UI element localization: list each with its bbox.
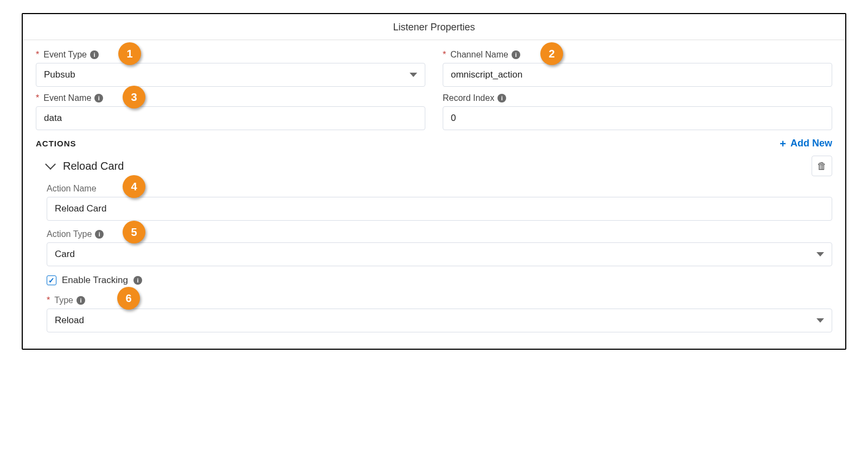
trash-icon: 🗑: [817, 161, 827, 171]
type-value: Reload: [55, 315, 84, 326]
event-name-label: Event Name: [43, 93, 91, 103]
action-title: Reload Card: [63, 160, 124, 172]
field-action-type: Action Type i 5 Card: [47, 229, 832, 266]
action-type-value: Card: [55, 249, 75, 260]
required-mark: *: [36, 50, 39, 60]
required-mark: *: [36, 93, 39, 103]
channel-name-input[interactable]: omniscript_action: [443, 63, 832, 87]
action-type-label: Action Type: [47, 229, 92, 239]
info-icon[interactable]: i: [95, 230, 104, 239]
chevron-down-icon: [816, 252, 824, 256]
field-event-type: * Event Type i 1 Pubsub: [36, 50, 425, 87]
action-header: Reload Card 🗑: [47, 156, 832, 176]
action-name-value: Reload Card: [55, 203, 106, 214]
add-new-label: Add New: [790, 138, 832, 149]
info-icon[interactable]: i: [94, 94, 103, 102]
action-block: Reload Card 🗑 Action Name 4 Reload Card: [23, 151, 845, 332]
info-icon[interactable]: i: [76, 296, 85, 305]
type-label: Type: [54, 296, 73, 305]
info-icon[interactable]: i: [497, 94, 506, 102]
record-index-value: 0: [451, 113, 456, 124]
info-icon[interactable]: i: [133, 276, 142, 285]
form-grid: * Event Type i 1 Pubsub * Channel Name i…: [23, 40, 845, 134]
field-record-index: Record Index i 0: [443, 93, 832, 130]
callout-5: 5: [123, 221, 145, 243]
field-event-name: * Event Name i 3 data: [36, 93, 425, 130]
channel-name-label: Channel Name: [450, 50, 508, 60]
event-name-value: data: [44, 113, 62, 124]
plus-icon: +: [780, 138, 786, 149]
callout-3: 3: [123, 86, 145, 108]
field-type: * Type i 6 Reload: [47, 296, 832, 332]
chevron-down-icon: [410, 73, 417, 77]
callout-6: 6: [117, 287, 140, 310]
callout-2: 2: [540, 42, 563, 65]
action-type-select[interactable]: Card: [47, 242, 832, 266]
callout-1: 1: [118, 42, 141, 65]
event-type-value: Pubsub: [44, 69, 75, 80]
action-name-input[interactable]: Reload Card: [47, 197, 832, 221]
delete-action-button[interactable]: 🗑: [812, 156, 832, 176]
channel-name-value: omniscript_action: [451, 69, 522, 80]
required-mark: *: [47, 296, 50, 305]
record-index-input[interactable]: 0: [443, 106, 832, 130]
action-name-label: Action Name: [47, 184, 97, 194]
actions-section-title: ACTIONS: [36, 139, 76, 148]
field-channel-name: * Channel Name i 2 omniscript_action: [443, 50, 832, 87]
event-name-input[interactable]: data: [36, 106, 425, 130]
chevron-down-icon: [45, 159, 56, 170]
add-new-button[interactable]: + Add New: [780, 138, 832, 149]
event-type-select[interactable]: Pubsub: [36, 63, 425, 87]
enable-tracking-label: Enable Tracking: [62, 275, 128, 286]
chevron-down-icon: [816, 318, 824, 323]
info-icon[interactable]: i: [90, 50, 99, 59]
type-select[interactable]: Reload: [47, 309, 832, 332]
listener-properties-panel: Listener Properties * Event Type i 1 Pub…: [22, 13, 846, 350]
required-mark: *: [443, 50, 446, 60]
action-toggle[interactable]: Reload Card: [47, 160, 124, 172]
actions-header-row: ACTIONS + Add New: [23, 134, 845, 151]
panel-title: Listener Properties: [23, 14, 845, 40]
field-action-name: Action Name 4 Reload Card: [47, 184, 832, 221]
event-type-label: Event Type: [43, 50, 87, 60]
enable-tracking-checkbox[interactable]: ✓: [47, 275, 56, 285]
enable-tracking-row: ✓ Enable Tracking i: [47, 275, 832, 286]
record-index-label: Record Index: [443, 93, 494, 103]
info-icon[interactable]: i: [512, 50, 520, 59]
callout-4: 4: [123, 175, 145, 198]
